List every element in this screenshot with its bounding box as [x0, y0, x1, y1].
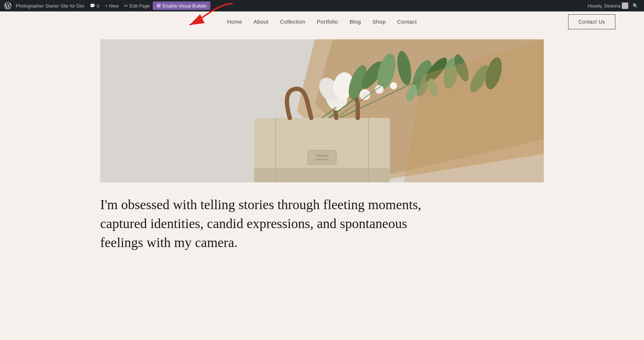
- site-name-admin[interactable]: Photographer Starter Site for Divi: [13, 0, 87, 11]
- nav-item-contact[interactable]: Contact: [397, 19, 417, 25]
- svg-rect-5: [254, 168, 390, 182]
- edit-page-admin[interactable]: ✏ Edit Page: [121, 0, 152, 11]
- search-icon[interactable]: 🔍: [633, 3, 638, 9]
- hero-illustration: ORIGINAL CANVAS BAG: [100, 39, 544, 182]
- wordpress-logo[interactable]: [3, 1, 13, 11]
- user-avatar: [622, 3, 628, 9]
- comment-icon: 💬: [90, 3, 95, 8]
- nav-item-blog[interactable]: Blog: [350, 19, 361, 25]
- hero-image: ORIGINAL CANVAS BAG: [100, 39, 544, 182]
- pencil-icon: ✏: [124, 3, 128, 9]
- plus-icon: +: [105, 3, 108, 9]
- svg-text:CANVAS BAG: CANVAS BAG: [315, 158, 329, 161]
- nav-item-portfolio[interactable]: Portfolio: [317, 19, 338, 25]
- main-nav: Home About Collection Portfolio Blog Sho…: [227, 19, 417, 25]
- hero-quote: I'm obsessed with telling stories throug…: [100, 195, 422, 252]
- svg-point-25: [362, 92, 368, 98]
- main-content: ORIGINAL CANVAS BAG: [0, 32, 644, 267]
- nav-item-shop[interactable]: Shop: [372, 19, 386, 25]
- howdy-user[interactable]: Howdy, Deanna 🔍: [585, 0, 641, 11]
- svg-point-27: [390, 82, 397, 89]
- nav-item-home[interactable]: Home: [227, 19, 242, 25]
- site-header: Home About Collection Portfolio Blog Sho…: [0, 11, 644, 32]
- contact-us-button[interactable]: Contact Us: [568, 14, 615, 29]
- nav-item-collection[interactable]: Collection: [280, 19, 306, 25]
- svg-rect-8: [308, 150, 336, 164]
- svg-text:ORIGINAL: ORIGINAL: [316, 154, 328, 157]
- nav-item-about[interactable]: About: [254, 19, 269, 25]
- nav-menu: Home About Collection Portfolio Blog Sho…: [227, 19, 417, 25]
- divi-icon: D: [156, 3, 161, 8]
- admin-bar: Photographer Starter Site for Divi 💬 0 +…: [0, 0, 644, 11]
- enable-visual-builder-btn[interactable]: D Enable Visual Builder: [153, 1, 210, 10]
- comments-admin[interactable]: 💬 0: [87, 0, 102, 11]
- new-admin[interactable]: + New: [102, 0, 122, 11]
